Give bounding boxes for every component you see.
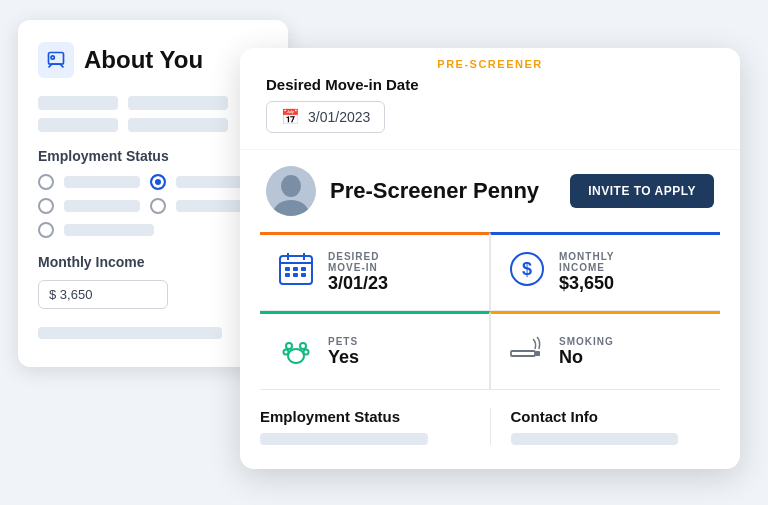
svg-rect-10 [293,267,298,271]
svg-point-19 [300,343,306,349]
move-in-date-value: 3/01/2023 [308,109,370,125]
svg-text:$: $ [522,259,532,279]
prescreener-card: PRE-SCREENER Desired Move-in Date 📅 3/01… [240,48,740,469]
svg-rect-12 [285,273,290,277]
cell-value-income: $3,650 [559,273,615,294]
contact-title: Contact Info [511,408,721,425]
svg-point-20 [284,350,289,355]
svg-point-1 [51,56,54,59]
svg-rect-11 [301,267,306,271]
calendar-icon [278,251,314,294]
cell-value-smoking: No [559,347,614,368]
person-icon [38,42,74,78]
radio-label [64,224,154,236]
radio-option-3[interactable] [38,198,54,214]
radio-option-1[interactable] [38,174,54,190]
radio-row-2 [38,198,268,214]
placeholder-row-2 [38,118,268,132]
svg-point-21 [304,350,309,355]
cell-text-smoking: SMOKING No [559,336,614,368]
cell-label-pets: PETS [328,336,359,347]
smoking-icon [509,335,545,368]
monthly-income-section: Monthly Income $ 3,650 [38,254,268,309]
cell-label-move-in: DESIREDMOVE-IN [328,251,388,273]
bottom-row: Employment Status Contact Info [260,408,720,445]
cell-text-pets: PETS Yes [328,336,359,368]
radio-option-2-selected[interactable] [150,174,166,190]
about-you-title: About You [84,46,203,74]
svg-rect-23 [535,351,540,356]
svg-point-3 [281,175,301,197]
cell-label-income: MONTHLYINCOME [559,251,615,273]
income-value: $ 3,650 [49,287,92,302]
avatar [266,166,316,216]
info-cell-pets: PETS Yes [260,311,490,390]
cell-value-move-in: 3/01/23 [328,273,388,294]
radio-option-5[interactable] [38,222,54,238]
cell-label-smoking: SMOKING [559,336,614,347]
income-label: Monthly Income [38,254,268,270]
bottom-placeholder [38,327,222,339]
move-in-date-label: Desired Move-in Date [266,76,714,93]
radio-row-1 [38,174,268,190]
svg-rect-13 [293,273,298,277]
cell-value-pets: Yes [328,347,359,368]
invite-to-apply-button[interactable]: INVITE TO APPLY [570,174,714,208]
calendar-icon: 📅 [281,108,300,126]
placeholder-row-1 [38,96,268,110]
radio-row-3 [38,222,268,238]
about-you-header: About You [38,42,268,78]
placeholder-bar [38,96,118,110]
radio-label [64,176,140,188]
svg-rect-14 [301,273,306,277]
info-cell-income: $ MONTHLYINCOME $3,650 [490,232,720,311]
prescreener-label: PRE-SCREENER [240,48,740,76]
placeholder-bar [128,118,228,132]
contact-placeholder [511,433,679,445]
dollar-icon: $ [509,251,545,294]
radio-label [64,200,140,212]
cell-text-income: MONTHLYINCOME $3,650 [559,251,615,294]
svg-rect-22 [511,351,535,356]
employment-section: Employment Status [260,408,470,445]
paw-icon [278,330,314,373]
radio-group [38,174,268,238]
profile-name: Pre-Screener Penny [330,178,556,204]
date-pill[interactable]: 📅 3/01/2023 [266,101,385,133]
info-cell-move-in: DESIREDMOVE-IN 3/01/23 [260,232,490,311]
employment-title: Employment Status [260,408,470,425]
employment-status-label: Employment Status [38,148,268,164]
info-cell-smoking: SMOKING No [490,311,720,390]
svg-point-18 [286,343,292,349]
cell-text-move-in: DESIREDMOVE-IN 3/01/23 [328,251,388,294]
radio-option-4[interactable] [150,198,166,214]
income-input[interactable]: $ 3,650 [38,280,168,309]
svg-rect-9 [285,267,290,271]
employment-placeholder [260,433,428,445]
placeholder-bar [38,118,118,132]
vertical-divider [490,408,491,445]
info-grid: DESIREDMOVE-IN 3/01/23 $ MONTHLYINCOME $… [260,232,720,390]
profile-bar: Pre-Screener Penny INVITE TO APPLY [240,149,740,232]
svg-point-17 [288,349,304,363]
contact-section: Contact Info [511,408,721,445]
move-in-section: Desired Move-in Date 📅 3/01/2023 [240,76,740,149]
placeholder-bar [128,96,228,110]
